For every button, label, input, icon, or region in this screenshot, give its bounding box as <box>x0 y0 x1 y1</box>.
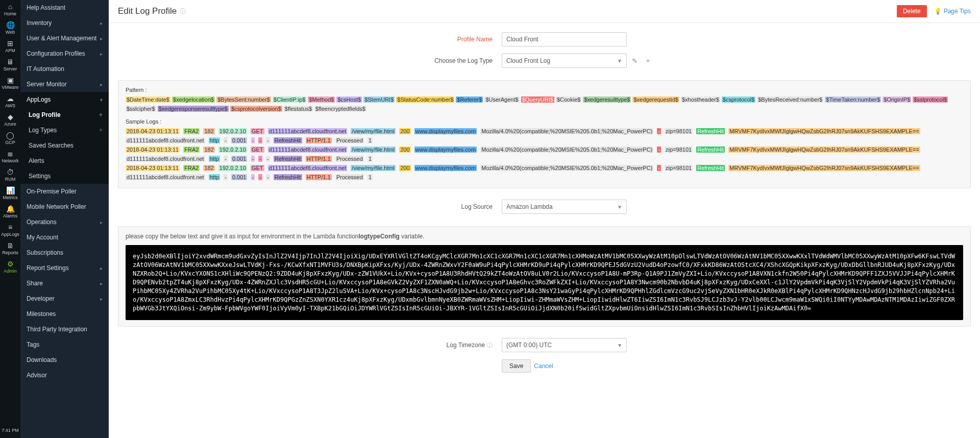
sample-token: - <box>258 174 262 180</box>
chevron-right-icon: ▸ <box>100 51 103 57</box>
nav-item-help-assistant[interactable]: Help Assistant <box>20 0 109 15</box>
nav-item-advisor[interactable]: Advisor <box>20 368 109 383</box>
sample-token: Mozilla/4.0%20(compatible;%20MSIE%205.0b… <box>480 165 653 171</box>
nav-item-on-premise-poller[interactable]: On-Premise Poller <box>20 184 109 199</box>
pattern-token: $fleencryptedfields$ <box>314 106 366 112</box>
cancel-link[interactable]: Cancel <box>534 362 553 370</box>
rail-item-web[interactable]: 🌐Web <box>0 18 20 37</box>
save-button[interactable]: Save <box>502 359 531 373</box>
sample-token: zip=98101 <box>665 128 693 134</box>
rail-item-server[interactable]: 🖥Server <box>0 55 20 74</box>
pattern-token: $BytesSent:number$ <box>216 96 271 103</box>
nav-item-inventory[interactable]: Inventory▸ <box>20 15 109 31</box>
sample-token: RefreshHit <box>274 137 302 143</box>
lambda-config-code[interactable]: eyJsb2d0eXBlIjoiY2xvdWRmcm9udGxvZyIsInJl… <box>126 245 963 320</box>
rail-item-metrics[interactable]: 📊Metrics <box>0 184 20 202</box>
rail-item-alarms[interactable]: 🔔Alarms <box>0 202 20 221</box>
nav-subitem-log-types[interactable]: Log Types+ <box>20 123 109 138</box>
rail-item-home[interactable]: ⌂Home <box>0 0 20 18</box>
chevron-down-icon: ▾ <box>100 97 103 103</box>
log-type-select[interactable]: Cloud Front Log ▼ <box>502 54 627 68</box>
nav-item-it-automation[interactable]: IT Automation <box>20 61 109 77</box>
rail-item-admin[interactable]: ⚙Admin <box>0 257 20 276</box>
rail-item-reports[interactable]: 🗎Reports <box>0 239 20 257</box>
nav-item-mobile-network-poller[interactable]: Mobile Network Poller <box>20 199 109 214</box>
pattern-token: $DateTime:date$ <box>126 96 170 103</box>
page-tips-link[interactable]: 💡 Page Tips <box>934 8 971 15</box>
plus-icon[interactable]: + <box>99 127 103 134</box>
nav-subitem-alerts[interactable]: Alerts <box>20 153 109 168</box>
sample-token: MRVMF7KydIvxMWfJIglgwHQwZsbG2IhRJ07sn9Ak… <box>728 147 920 153</box>
icon-rail: ⌂Home🌐Web⊞APM🖥Server▣VMware☁AWS◆Azure◯GC… <box>0 0 20 438</box>
timezone-select[interactable]: (GMT 0:00) UTC ▼ <box>502 338 627 352</box>
info-icon[interactable]: ⓘ <box>180 7 186 16</box>
sample-token <box>411 128 414 134</box>
edit-log-type-icon[interactable]: ✎ <box>630 57 640 65</box>
nav-item-server-monitor[interactable]: Server Monitor▸ <box>20 77 109 92</box>
sample-token: Processed <box>335 137 364 143</box>
rail-item-azure[interactable]: ◆Azure <box>0 110 20 129</box>
log-type-label: Choose the Log Type <box>109 57 502 64</box>
rail-item-gcp[interactable]: ◯GCP <box>0 129 20 147</box>
sample-token: GET <box>251 165 264 171</box>
page-header: Edit Log Profile ⓘ Delete 💡 Page Tips <box>109 0 980 23</box>
sample-token: d111111abcdef8.cloudfront.net <box>268 147 348 153</box>
pattern-token: $sslprotocol$ <box>913 96 948 103</box>
profile-name-input[interactable] <box>502 32 627 46</box>
home-icon: ⌂ <box>0 3 20 10</box>
sample-token: d111111abcdef8.cloudfront.net <box>126 137 205 143</box>
sample-token: Processed <box>335 156 364 162</box>
sample-token <box>264 165 268 171</box>
nav-item-tags[interactable]: Tags <box>20 337 109 352</box>
sample-token <box>270 174 274 180</box>
sample-token: 1 <box>368 137 373 143</box>
sample-token <box>364 137 368 143</box>
sample-token <box>215 147 218 153</box>
nav-subitem-settings[interactable]: Settings <box>20 168 109 184</box>
rail-item-vmware[interactable]: ▣VMware <box>0 74 20 92</box>
plus-icon[interactable]: + <box>99 111 103 118</box>
nav-item-configuration-profiles[interactable]: Configuration Profiles▸ <box>20 46 109 61</box>
sample-token <box>205 137 209 143</box>
chevron-right-icon: ▸ <box>100 296 103 302</box>
sample-token <box>247 165 251 171</box>
rail-item-applogs[interactable]: ≡AppLogs <box>0 221 20 239</box>
sample-token: - <box>266 156 270 162</box>
add-log-type-icon[interactable]: ＋ <box>643 56 653 65</box>
nav-subitem-saved-searches[interactable]: Saved Searches <box>20 138 109 153</box>
pattern-title: Pattern : <box>126 87 963 93</box>
nav-item-user-alert-management[interactable]: User & Alert Management▸ <box>20 31 109 46</box>
delete-button[interactable]: Delete <box>897 5 927 17</box>
nav-item-operations[interactable]: Operations▸ <box>20 214 109 230</box>
pattern-token: $xedgeresponseresulttype$ <box>158 106 229 112</box>
sample-token: 200 <box>399 165 410 171</box>
nav-item-report-settings[interactable]: Report Settings▸ <box>20 260 109 276</box>
info-icon[interactable]: ⓘ <box>487 342 493 348</box>
nav-item-my-account[interactable]: My Account <box>20 230 109 245</box>
log-source-select[interactable]: Amazon Lambda ▼ <box>502 200 627 214</box>
nav-item-share[interactable]: Share▸ <box>20 276 109 291</box>
nav-item-third-party-integration[interactable]: Third Party Integration <box>20 322 109 337</box>
chevron-right-icon: ▸ <box>100 20 103 26</box>
sample-token <box>302 156 306 162</box>
nav-item-developer[interactable]: Developer▸ <box>20 291 109 306</box>
network-icon: ≣ <box>0 150 20 157</box>
sample-token: HTTP/1.1 <box>306 156 332 162</box>
chevron-right-icon: ▸ <box>100 281 103 286</box>
nav-item-downloads[interactable]: Downloads <box>20 352 109 368</box>
rail-item-aws[interactable]: ☁AWS <box>0 92 20 110</box>
rail-item-network[interactable]: ≣Network <box>0 147 20 165</box>
sample-token: zip=98101 <box>665 147 693 153</box>
sample-token <box>247 156 251 162</box>
pattern-token: $Cookie$ <box>556 96 581 103</box>
sample-token: 192.0.2.10 <box>218 165 247 171</box>
nav-item-subscriptions[interactable]: Subscriptions <box>20 245 109 260</box>
rail-item-apm[interactable]: ⊞APM <box>0 37 20 55</box>
sample-token: Processed <box>335 174 364 180</box>
nav-subitem-log-profile[interactable]: Log Profile+ <box>20 107 109 123</box>
rail-item-rum[interactable]: ⏱RUM <box>0 165 20 184</box>
pattern-token: $csprotocol$ <box>722 96 755 103</box>
nav-item-milestones[interactable]: Milestones <box>20 306 109 322</box>
sample-token <box>302 174 306 180</box>
nav-item-applogs[interactable]: AppLogs▾ <box>20 92 109 107</box>
